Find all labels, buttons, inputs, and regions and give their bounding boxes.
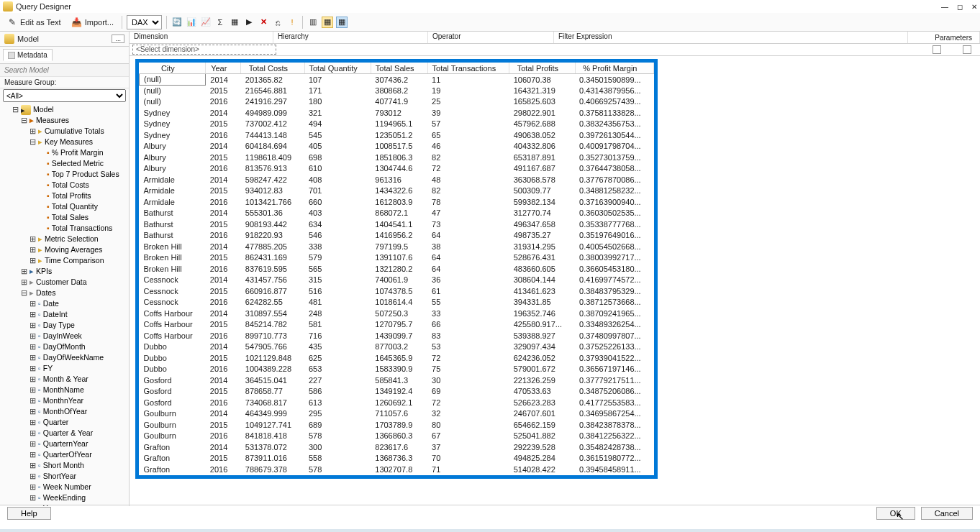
table-cell[interactable]: 2014 <box>206 275 241 286</box>
expander-icon[interactable]: ⊞ <box>29 255 36 266</box>
table-cell[interactable]: 315 <box>304 275 371 286</box>
model-tree[interactable]: ⊟▸Model⊟▸Measures⊞▸Cumulative Totals⊟▸Ke… <box>0 103 129 506</box>
table-cell[interactable]: 53 <box>427 341 509 353</box>
table-cell[interactable]: 1021129.848 <box>241 352 304 364</box>
table-cell[interactable]: 1645365.9 <box>371 352 427 364</box>
table-cell[interactable]: 364515.041 <box>241 375 304 386</box>
table-cell[interactable]: 407741.9 <box>371 96 427 108</box>
table-cell[interactable]: 660916.877 <box>241 285 304 297</box>
table-cell[interactable]: 82 <box>427 185 509 197</box>
table-cell[interactable]: 64 <box>427 263 509 275</box>
table-cell[interactable]: 2015 <box>206 252 241 264</box>
table-cell[interactable]: 363068.578 <box>509 174 575 185</box>
model-browse-button[interactable]: ... <box>112 35 124 43</box>
table-cell[interactable]: Armidale <box>140 174 206 185</box>
table-cell[interactable]: 32 <box>427 408 509 420</box>
table-cell[interactable]: 2016 <box>206 129 241 141</box>
table-cell[interactable]: Sydney <box>140 107 206 119</box>
table-cell[interactable]: 37 <box>427 441 509 453</box>
table-cell[interactable]: 1703789.9 <box>371 419 427 431</box>
table-cell[interactable]: 2016 <box>206 464 241 475</box>
tree-measures[interactable]: ⊟▸Measures <box>19 115 127 126</box>
table-row[interactable]: Albury20151198618.4096981851806.38265318… <box>140 152 654 163</box>
table-cell[interactable]: 33 <box>427 308 509 319</box>
table-cell[interactable]: 0.41772553583... <box>575 397 654 408</box>
table-cell[interactable]: 380868.2 <box>371 85 427 96</box>
table-cell[interactable]: Coffs Harbour <box>140 308 206 319</box>
table-row[interactable]: Armidale2014598247.42240896131648363068.… <box>140 174 654 185</box>
tree-date-item[interactable]: ⊞▫DayOfWeekName <box>27 352 127 363</box>
table-cell[interactable]: 0.38483795329... <box>575 285 654 297</box>
table-cell[interactable]: 2016 <box>206 330 241 341</box>
table-row[interactable]: Sydney2014494989.09932179301239298022.90… <box>140 107 654 119</box>
table-cell[interactable]: 878658.77 <box>241 386 304 398</box>
table-row[interactable]: Broken Hill2014477885.205338797199.53831… <box>140 241 654 252</box>
expander-icon[interactable]: ⊞ <box>20 277 27 288</box>
table-cell[interactable]: 737002.412 <box>241 119 304 130</box>
measure-group-select[interactable]: <All> <box>3 89 126 102</box>
tree-measure-item[interactable]: ▪% Profit Margin <box>36 147 127 158</box>
table-cell[interactable]: 2016 <box>206 364 241 375</box>
parameters-icon[interactable]: ▦ <box>336 17 348 28</box>
table-cell[interactable]: 0.41699774572... <box>575 275 654 286</box>
show-empty-icon[interactable]: ▦ <box>229 17 240 28</box>
table-cell[interactable]: 36 <box>427 275 509 286</box>
table-cell[interactable]: 2015 <box>206 185 241 197</box>
table-cell[interactable]: 165825.603 <box>509 96 575 108</box>
table-cell[interactable]: Sydney <box>140 129 206 141</box>
table-cell[interactable]: Bathurst <box>140 230 206 242</box>
table-cell[interactable]: 25 <box>427 96 509 108</box>
table-cell[interactable]: Albury <box>140 152 206 163</box>
table-cell[interactable]: 2014 <box>206 141 241 152</box>
tree-cumulative[interactable]: ⊞▸Cumulative Totals <box>27 126 127 137</box>
table-cell[interactable]: 0.35197649016... <box>575 230 654 242</box>
import-button[interactable]: 📥 Import... <box>68 15 117 29</box>
table-cell[interactable]: 70 <box>427 453 509 464</box>
table-cell[interactable]: 1851806.3 <box>371 152 427 163</box>
table-cell[interactable]: 526623.283 <box>509 397 575 408</box>
table-cell[interactable]: 64 <box>427 252 509 264</box>
table-cell[interactable]: 585841.3 <box>371 375 427 386</box>
table-cell[interactable]: 624282.55 <box>241 297 304 308</box>
table-cell[interactable]: 2015 <box>206 219 241 230</box>
table-cell[interactable]: 19 <box>427 85 509 96</box>
table-cell[interactable]: 312770.74 <box>509 208 575 219</box>
table-cell[interactable]: 0.36605453180... <box>575 263 654 275</box>
close-button[interactable]: ✕ <box>971 3 977 11</box>
table-cell[interactable]: Gosford <box>140 397 206 408</box>
table-cell[interactable]: 547905.766 <box>241 341 304 353</box>
expander-icon[interactable]: ⊞ <box>29 244 36 255</box>
table-cell[interactable]: 2014 <box>206 308 241 319</box>
table-cell[interactable]: 837619.595 <box>241 263 304 275</box>
table-cell[interactable]: 0.38423878378... <box>575 419 654 431</box>
table-row[interactable]: (null)2016241916.297180407741.925165825.… <box>140 96 654 108</box>
table-row[interactable]: Cessnock2015660916.8775161074378.5614134… <box>140 285 654 297</box>
table-cell[interactable]: 107 <box>304 74 371 86</box>
table-cell[interactable]: Albury <box>140 163 206 175</box>
table-row[interactable]: Bathurst2014555301.36403868072.147312770… <box>140 208 654 219</box>
table-cell[interactable]: 403 <box>304 208 371 219</box>
table-cell[interactable]: 653 <box>304 364 371 375</box>
table-cell[interactable]: 67 <box>427 431 509 442</box>
table-cell[interactable]: 1368736.3 <box>371 453 427 464</box>
table-cell[interactable]: 470533.63 <box>509 386 575 398</box>
results-table[interactable]: CityYearTotal CostsTotal QuantityTotal S… <box>139 63 654 475</box>
table-cell[interactable]: 39 <box>427 107 509 119</box>
column-header[interactable]: Total Quantity <box>304 63 371 74</box>
table-cell[interactable]: 740061.9 <box>371 275 427 286</box>
table-cell[interactable]: 72 <box>427 397 509 408</box>
column-header[interactable]: % Profit Margin <box>575 63 654 74</box>
table-cell[interactable]: 435 <box>304 341 371 353</box>
table-cell[interactable]: Sydney <box>140 119 206 130</box>
table-cell[interactable]: 1304744.6 <box>371 163 427 175</box>
tree-measure-item[interactable]: ▪Top 7 Product Sales <box>36 169 127 180</box>
table-cell[interactable]: 604184.694 <box>241 141 304 152</box>
tree-date-item[interactable]: ⊞▫QuarternYear <box>27 439 127 449</box>
table-cell[interactable]: 558 <box>304 453 371 464</box>
table-cell[interactable]: 2016 <box>206 263 241 275</box>
tree-measure-item[interactable]: ▪Total Quantity <box>36 201 127 212</box>
table-cell[interactable]: 295 <box>304 408 371 420</box>
table-cell[interactable]: 2015 <box>206 119 241 130</box>
column-header[interactable]: Total Sales <box>371 63 427 74</box>
column-header[interactable]: City <box>140 63 206 74</box>
